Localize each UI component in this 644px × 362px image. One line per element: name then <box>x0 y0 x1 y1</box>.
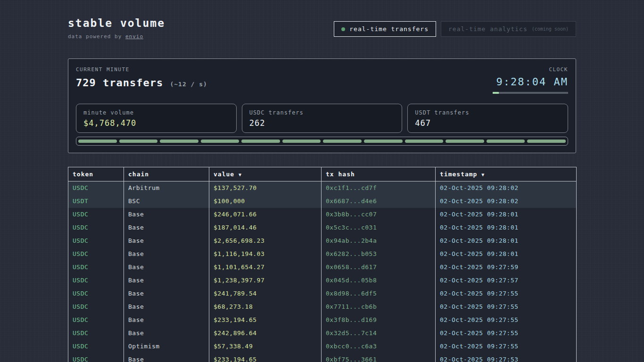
column-header-tx-hash[interactable]: tx hash <box>322 167 436 181</box>
minute-segment <box>405 140 444 143</box>
minute-volume-card: minute volume $4,768,470 <box>76 104 237 133</box>
cell-tx-hash[interactable]: 0x7711...cb6b <box>322 300 436 313</box>
cell-timestamp: 02-Oct-2025 09:27:53 <box>436 353 577 362</box>
cell-tx-hash[interactable]: 0x3f8b...d169 <box>322 313 436 327</box>
cell-timestamp: 02-Oct-2025 09:28:01 <box>436 234 577 247</box>
cell-token: USDC <box>68 208 124 221</box>
minute-segment <box>364 140 403 143</box>
live-dot-icon <box>341 27 345 31</box>
cell-value: $2,656,698.23 <box>209 234 322 247</box>
minute-segment <box>282 140 321 143</box>
transfer-row: USDCBase$1,238,397.970x045d...05b802-Oct… <box>68 274 577 287</box>
current-minute-label: CURRENT MINUTE <box>76 66 207 73</box>
cell-timestamp: 02-Oct-2025 09:28:02 <box>436 195 577 208</box>
minute-volume-value: $4,768,470 <box>83 118 229 128</box>
transfer-row: USDCArbitrum$137,527.700xc1f1...cd7f02-O… <box>68 181 577 195</box>
minute-segment <box>527 140 566 143</box>
cell-value: $233,194.65 <box>209 313 322 327</box>
cell-token: USDC <box>68 313 124 327</box>
cell-tx-hash[interactable]: 0x0658...d617 <box>322 261 436 274</box>
cell-tx-hash[interactable]: 0x3b8b...cc07 <box>322 208 436 221</box>
cell-chain: Optimism <box>124 340 209 353</box>
coming-soon-label: (coming soon) <box>532 26 569 32</box>
transfers-table: token chain value ▼ tx hash timestamp ▼ … <box>68 167 577 362</box>
transfer-row: USDCBase$68,273.180x7711...cb6b02-Oct-20… <box>68 300 577 313</box>
clock-label: CLOCK <box>493 66 568 73</box>
cell-chain: Arbitrum <box>124 181 209 195</box>
cell-value: $100,000 <box>209 195 322 208</box>
transfer-row: USDCBase$233,194.650xbf75...366102-Oct-2… <box>68 353 577 362</box>
cell-value: $242,896.64 <box>209 327 322 340</box>
usdc-transfers-card: USDC transfers 262 <box>242 104 403 133</box>
transfer-row: USDCBase$1,116,194.030x6282...b05302-Oct… <box>68 247 577 261</box>
transfer-row: USDCBase$241,789.540x8d98...6df502-Oct-2… <box>68 287 577 300</box>
transfer-row: USDCBase$242,896.640x32d5...7c1402-Oct-2… <box>68 327 577 340</box>
cell-token: USDC <box>68 221 124 234</box>
minute-segment <box>241 140 280 143</box>
transfer-row: USDCBase$1,101,654.270x0658...d61702-Oct… <box>68 261 577 274</box>
tab-real-time-analytics[interactable]: real-time analytics (coming soon) <box>441 21 576 37</box>
cell-token: USDC <box>68 300 124 313</box>
title-block: stable volume data powered by envio <box>68 17 165 40</box>
transfer-row: USDCBase$2,656,698.230x94ab...2b4a02-Oct… <box>68 234 577 247</box>
sort-desc-icon: ▼ <box>239 172 242 177</box>
cell-value: $1,101,654.27 <box>209 261 322 274</box>
column-header-token[interactable]: token <box>68 167 124 181</box>
transfers-rate: (~12 / s) <box>170 81 207 88</box>
cell-token: USDC <box>68 287 124 300</box>
cell-token: USDC <box>68 340 124 353</box>
cell-token: USDC <box>68 274 124 287</box>
transfer-row: USDTBSC$100,0000x6687...d4e602-Oct-2025 … <box>68 195 577 208</box>
column-header-chain[interactable]: chain <box>124 167 209 181</box>
minute-volume-label: minute volume <box>83 109 229 116</box>
cell-chain: Base <box>124 327 209 340</box>
column-header-timestamp[interactable]: timestamp ▼ <box>436 167 577 181</box>
cell-token: USDC <box>68 353 124 362</box>
cell-value: $246,071.66 <box>209 208 322 221</box>
page-title: stable volume <box>68 17 165 29</box>
column-header-value[interactable]: value ▼ <box>209 167 322 181</box>
cell-timestamp: 02-Oct-2025 09:27:55 <box>436 300 577 313</box>
table-header-row: token chain value ▼ tx hash timestamp ▼ <box>68 167 577 181</box>
current-minute-card: CURRENT MINUTE 729 transfers (~12 / s) C… <box>68 58 576 153</box>
cell-tx-hash[interactable]: 0x5c3c...c031 <box>322 221 436 234</box>
cell-chain: Base <box>124 287 209 300</box>
transfers-summary: CURRENT MINUTE 729 transfers (~12 / s) <box>76 66 207 89</box>
cell-tx-hash[interactable]: 0x6282...b053 <box>322 247 436 261</box>
cell-token: USDC <box>68 181 124 195</box>
transfer-row: USDCOptimism$57,338.490xbcc0...c6a302-Oc… <box>68 340 577 353</box>
cell-tx-hash[interactable]: 0x8d98...6df5 <box>322 287 436 300</box>
usdc-transfers-label: USDC transfers <box>249 109 395 116</box>
cell-tx-hash[interactable]: 0xbf75...3661 <box>322 353 436 362</box>
minute-segment <box>323 140 362 143</box>
cell-value: $187,014.46 <box>209 221 322 234</box>
cell-timestamp: 02-Oct-2025 09:27:55 <box>436 340 577 353</box>
cell-tx-hash[interactable]: 0x32d5...7c14 <box>322 327 436 340</box>
usdt-transfers-card: USDT transfers 467 <box>407 104 568 133</box>
cell-tx-hash[interactable]: 0xc1f1...cd7f <box>322 181 436 195</box>
powered-by: data powered by envio <box>68 33 165 40</box>
minute-progress-track <box>493 92 568 94</box>
stats-top-row: CURRENT MINUTE 729 transfers (~12 / s) C… <box>76 66 568 94</box>
tab-real-time-transfers[interactable]: real-time transfers <box>334 21 436 37</box>
cell-chain: Base <box>124 353 209 362</box>
cell-timestamp: 02-Oct-2025 09:28:01 <box>436 247 577 261</box>
cell-token: USDC <box>68 327 124 340</box>
cell-value: $241,789.54 <box>209 287 322 300</box>
transfer-row: USDCBase$246,071.660x3b8b...cc0702-Oct-2… <box>68 208 577 221</box>
cell-chain: Base <box>124 300 209 313</box>
clock-time: 9:28:04 AM <box>493 76 568 88</box>
cell-tx-hash[interactable]: 0x6687...d4e6 <box>322 195 436 208</box>
cell-value: $137,527.70 <box>209 181 322 195</box>
cell-tx-hash[interactable]: 0xbcc0...c6a3 <box>322 340 436 353</box>
cell-tx-hash[interactable]: 0x045d...05b8 <box>322 274 436 287</box>
envio-link[interactable]: envio <box>125 33 143 40</box>
cell-tx-hash[interactable]: 0x94ab...2b4a <box>322 234 436 247</box>
cell-value: $57,338.49 <box>209 340 322 353</box>
cell-timestamp: 02-Oct-2025 09:27:59 <box>436 261 577 274</box>
minute-segment <box>446 140 484 143</box>
cell-value: $68,273.18 <box>209 300 322 313</box>
minute-segment <box>160 140 198 143</box>
cell-token: USDC <box>68 261 124 274</box>
transfer-row: USDCBase$233,194.650x3f8b...d16902-Oct-2… <box>68 313 577 327</box>
